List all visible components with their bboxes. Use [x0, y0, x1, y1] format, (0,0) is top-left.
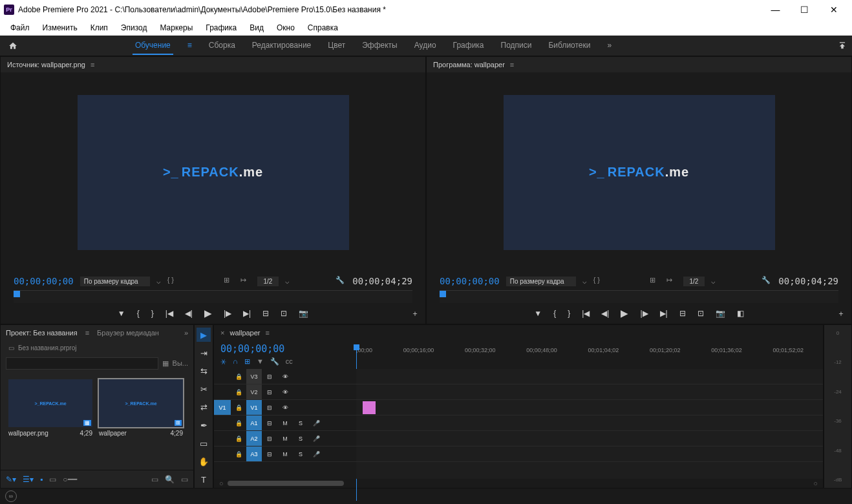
- go-to-out-icon[interactable]: ▶|: [243, 309, 251, 318]
- tab-project[interactable]: Проект: Без названия: [6, 329, 78, 337]
- linked-selection-icon[interactable]: ⊞: [244, 357, 250, 366]
- program-playhead[interactable]: [440, 291, 446, 297]
- bracket-in-icon[interactable]: { }: [593, 276, 604, 286]
- timeline-ruler[interactable]: ;00;00 00;00;16;00 00;00;32;00 00;00;48;…: [356, 341, 823, 369]
- menu-sequence[interactable]: Эпизод: [116, 22, 153, 34]
- track-select-tool-icon[interactable]: ⇥: [197, 346, 211, 360]
- panel-menu-icon[interactable]: ≡: [510, 61, 514, 68]
- go-to-in-icon[interactable]: |◀: [582, 309, 590, 318]
- rectangle-tool-icon[interactable]: ▭: [197, 436, 211, 450]
- panel-menu-icon[interactable]: ≡: [266, 329, 270, 337]
- export-frame-icon[interactable]: 📷: [716, 309, 725, 318]
- workspace-libraries[interactable]: Библиотеки: [546, 37, 593, 55]
- safe-margins-icon[interactable]: ⊞: [224, 276, 234, 286]
- program-canvas[interactable]: >_REPACK.me: [504, 95, 775, 250]
- workspace-graphics[interactable]: Графика: [451, 37, 487, 55]
- selection-tool-icon[interactable]: ▶: [197, 328, 211, 342]
- track-a2[interactable]: 🔒A2⊟MS🎤: [214, 431, 356, 446]
- overwrite-icon[interactable]: ⊡: [281, 309, 287, 318]
- timeline-timecode[interactable]: 00;00;00;00: [220, 343, 350, 355]
- ripple-edit-tool-icon[interactable]: ⇆: [197, 364, 211, 378]
- freeform-view-icon[interactable]: ▭: [49, 475, 56, 484]
- panel-menu-icon[interactable]: ≡: [85, 329, 89, 337]
- new-item-icon[interactable]: ✎▾: [6, 475, 16, 484]
- go-to-out-icon[interactable]: ▶|: [660, 309, 668, 318]
- find-icon[interactable]: 🔍: [165, 475, 175, 484]
- source-resolution-select[interactable]: 1/2: [257, 277, 279, 286]
- button-editor-icon[interactable]: ＋: [411, 308, 419, 319]
- workspace-effects[interactable]: Эффекты: [359, 37, 400, 55]
- step-back-icon[interactable]: ◀|: [601, 309, 609, 318]
- source-time-ruler[interactable]: [14, 290, 412, 303]
- step-forward-icon[interactable]: |▶: [224, 309, 231, 318]
- zoom-slider[interactable]: ○━━: [63, 475, 76, 484]
- track-a1[interactable]: 🔒A1⊟MS🎤: [214, 415, 356, 431]
- wrench-icon[interactable]: 🔧: [335, 276, 346, 286]
- bracket-in-icon[interactable]: { }: [167, 276, 178, 286]
- close-icon[interactable]: ×: [220, 329, 224, 337]
- icon-view-icon[interactable]: ▪: [40, 475, 43, 484]
- workspace-color[interactable]: Цвет: [325, 37, 348, 55]
- out-bracket-icon[interactable]: ↦: [666, 276, 677, 286]
- automate-icon[interactable]: ▭: [151, 475, 158, 484]
- caption-track-icon[interactable]: cc: [286, 357, 293, 366]
- timeline-tab-label[interactable]: wallpaper: [229, 329, 260, 337]
- lift-icon[interactable]: ⊟: [679, 309, 686, 318]
- mark-in-icon[interactable]: {: [553, 309, 556, 318]
- track-v1[interactable]: V1🔒V1⊟👁: [214, 400, 356, 415]
- menu-clip[interactable]: Клип: [85, 22, 113, 34]
- safe-margins-icon[interactable]: ⊞: [650, 276, 660, 286]
- type-tool-icon[interactable]: T: [197, 472, 211, 487]
- maximize-button[interactable]: ☐: [790, 0, 819, 19]
- filter-icon[interactable]: ▦: [162, 359, 169, 368]
- wrench-icon[interactable]: 🔧: [761, 276, 772, 286]
- menu-edit[interactable]: Изменить: [37, 22, 83, 34]
- out-bracket-icon[interactable]: ↦: [240, 276, 251, 286]
- menu-window[interactable]: Окно: [272, 22, 300, 34]
- timeline-zoom-bar[interactable]: ○ ○: [214, 479, 823, 488]
- add-marker-icon[interactable]: ▼: [118, 309, 125, 318]
- slip-tool-icon[interactable]: ⇄: [197, 400, 211, 414]
- menu-markers[interactable]: Маркеры: [154, 22, 198, 34]
- timeline-tracks-area[interactable]: [356, 369, 823, 479]
- go-to-in-icon[interactable]: |◀: [165, 309, 173, 318]
- program-resolution-select[interactable]: 1/2: [683, 277, 705, 286]
- comparison-icon[interactable]: ◧: [737, 309, 744, 318]
- workspace-overflow-icon[interactable]: »: [605, 37, 615, 55]
- audio-meter[interactable]: 0 -12 -24 -36 -48 -dB: [824, 324, 852, 488]
- export-frame-icon[interactable]: 📷: [299, 309, 308, 318]
- menu-file[interactable]: Файл: [5, 22, 35, 34]
- nest-icon[interactable]: ⚹: [220, 357, 226, 366]
- minimize-button[interactable]: —: [761, 0, 790, 19]
- creative-cloud-icon[interactable]: ∞: [5, 490, 17, 502]
- menu-graphics[interactable]: Графика: [200, 22, 242, 34]
- workspace-editing[interactable]: Редактирование: [250, 37, 314, 55]
- new-bin-icon[interactable]: ▭: [181, 475, 188, 484]
- menu-help[interactable]: Справка: [303, 22, 343, 34]
- play-icon[interactable]: ▶: [621, 308, 628, 319]
- project-item[interactable]: >_REPACK.me▦ wallpaper.png4;29: [8, 379, 92, 462]
- home-icon[interactable]: [5, 38, 21, 54]
- workspace-captions[interactable]: Подписи: [498, 37, 535, 55]
- insert-icon[interactable]: ⊟: [262, 309, 269, 318]
- menu-view[interactable]: Вид: [244, 22, 269, 34]
- hand-tool-icon[interactable]: ✋: [197, 454, 211, 468]
- workspace-learning[interactable]: Обучение: [133, 37, 173, 55]
- filter-label[interactable]: Вы...: [173, 359, 188, 367]
- list-view-icon[interactable]: ☰▾: [23, 475, 34, 484]
- program-monitor-tab[interactable]: Программа: wallpaper ≡: [427, 57, 851, 72]
- track-v2[interactable]: 🔒V2⊟👁: [214, 384, 356, 400]
- tab-media-browser[interactable]: Браузер медиадан: [97, 329, 159, 337]
- source-timecode-current[interactable]: 00;00;00;00: [14, 276, 74, 286]
- extract-icon[interactable]: ⊡: [698, 309, 704, 318]
- search-input[interactable]: [6, 357, 158, 370]
- source-playhead[interactable]: [14, 291, 20, 297]
- step-back-icon[interactable]: ◀|: [185, 309, 193, 318]
- razor-tool-icon[interactable]: ✂: [197, 382, 211, 396]
- snap-icon[interactable]: ∩: [233, 357, 238, 366]
- source-zoom-select[interactable]: По размеру кадра: [80, 277, 150, 286]
- workspace-assembly[interactable]: Сборка: [206, 37, 238, 55]
- program-zoom-select[interactable]: По размеру кадра: [506, 277, 576, 286]
- button-editor-icon[interactable]: ＋: [837, 308, 845, 319]
- zoom-handle[interactable]: [228, 481, 344, 486]
